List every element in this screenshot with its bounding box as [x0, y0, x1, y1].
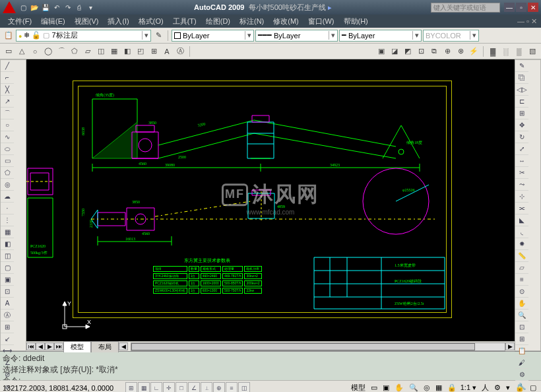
list-icon[interactable]: ≡	[515, 274, 528, 286]
ellipse-icon[interactable]: ◯	[42, 46, 54, 57]
action-icon[interactable]: ⚡	[468, 46, 480, 57]
ws-switch-icon[interactable]: ▾	[504, 383, 512, 392]
command-input[interactable]	[23, 376, 155, 380]
tab-first-icon[interactable]: ⏮	[26, 343, 36, 350]
clean-screen-icon[interactable]: ▢	[528, 383, 538, 392]
table-icon[interactable]: ⊞	[148, 46, 160, 57]
props-icon[interactable]: 📋	[515, 345, 528, 357]
tab-layout[interactable]: 布局	[91, 341, 119, 352]
xline-icon[interactable]: ╳	[1, 84, 14, 96]
hatch-icon[interactable]: ▦	[108, 46, 120, 57]
block5-icon[interactable]: ▣	[1, 274, 14, 286]
attach-icon[interactable]: ⊕	[441, 46, 453, 57]
open-icon[interactable]: 📂	[30, 3, 39, 12]
linetype-combo[interactable]: ━━━ByLayer▾	[255, 30, 338, 42]
save-icon[interactable]: 💾	[41, 3, 50, 12]
lineweight-combo[interactable]: ━ByLayer▾	[339, 30, 422, 42]
ducs-toggle[interactable]: ⟂	[201, 382, 212, 393]
render2-icon[interactable]: ▒	[513, 46, 525, 57]
fillet-icon[interactable]: ◟	[515, 226, 528, 238]
insert-icon[interactable]: ⊡	[1, 286, 14, 298]
layer-combo[interactable]: ❄🔓▢ 7标注层▾	[16, 30, 151, 42]
rotate-icon[interactable]: ↻	[515, 131, 528, 143]
break-icon[interactable]: ⊹	[515, 191, 528, 203]
hatch2-icon[interactable]: ▦	[1, 226, 14, 238]
arc-icon[interactable]: ⌒	[55, 46, 67, 57]
color-combo[interactable]: ByLayer▾	[172, 30, 254, 42]
tab-last-icon[interactable]: ⏭	[54, 343, 63, 350]
donut-icon[interactable]: ◎	[1, 179, 14, 191]
menu-window[interactable]: 窗口(W)	[304, 15, 338, 28]
redo-icon[interactable]: ↷	[63, 3, 73, 12]
gradient2-icon[interactable]: ◧	[1, 238, 14, 250]
hide-icon[interactable]: ▓	[487, 46, 499, 57]
toolbar-lock-icon[interactable]: 🔒	[513, 383, 526, 392]
steering-icon[interactable]: ◎	[422, 383, 432, 392]
mtext-icon[interactable]: Ⓐ	[174, 46, 186, 57]
area-icon[interactable]: ▱	[515, 262, 528, 274]
ortho-toggle[interactable]: ∟	[150, 382, 162, 393]
rect3-icon[interactable]: ▱	[82, 46, 94, 57]
tab-prev-icon[interactable]: ◀	[36, 343, 45, 350]
menu-format[interactable]: 格式(O)	[135, 15, 168, 28]
dsn-icon[interactable]: ⚙	[515, 369, 528, 381]
3d-icon[interactable]: ▧	[526, 46, 538, 57]
maximize-button[interactable]: ▫	[516, 3, 526, 12]
menu-dimension[interactable]: 标注(N)	[236, 15, 268, 28]
id-icon[interactable]: ⊙	[515, 286, 528, 298]
text-icon[interactable]: A	[161, 46, 173, 57]
menu-tools[interactable]: 工具(T)	[169, 15, 201, 28]
mirror-icon[interactable]: ◁▷	[515, 84, 528, 96]
scroll-left-icon[interactable]: ◀	[119, 343, 128, 350]
anno-scale[interactable]: 🔒 1:1▾	[445, 383, 478, 392]
poly2-icon[interactable]: ⬠	[1, 167, 14, 179]
snap-toggle[interactable]: ⊞	[125, 382, 137, 393]
circle2-icon[interactable]: ○	[1, 119, 14, 131]
ray-icon[interactable]: ↗	[1, 96, 14, 108]
erase-icon[interactable]: ✎	[515, 60, 528, 72]
match-icon[interactable]: 🖌	[515, 357, 528, 369]
boundary-icon[interactable]: ◰	[135, 46, 146, 57]
osnap-toggle[interactable]: □	[175, 382, 187, 393]
dyn-toggle[interactable]: ⊕	[213, 382, 225, 393]
extend-icon[interactable]: ⤳	[515, 179, 528, 191]
drawing-canvas[interactable]: PCZ1620 500kg/3件 倾角(35度) 6038 3850	[26, 59, 515, 341]
circle-icon[interactable]: ○	[29, 46, 41, 57]
scroll-right-icon[interactable]: ▶	[505, 343, 515, 350]
tab-next-icon[interactable]: ▶	[45, 343, 54, 350]
text2-icon[interactable]: A	[1, 298, 14, 310]
help-search-input[interactable]	[431, 3, 500, 13]
divide-icon[interactable]: ⋮	[1, 214, 14, 226]
block2-icon[interactable]: ◪	[389, 46, 400, 57]
pan2-icon[interactable]: ✋	[393, 383, 406, 392]
revcloud-icon[interactable]: ☁	[1, 191, 14, 203]
menu-draw[interactable]: 绘图(D)	[202, 15, 234, 28]
coordinates[interactable]: 132172.2003, 18081.4234, 0.0000	[3, 384, 121, 392]
app-logo[interactable]	[3, 1, 16, 13]
pline-icon[interactable]: ⌐	[1, 72, 14, 84]
lwt-toggle[interactable]: ≡	[226, 382, 238, 393]
wipeout-icon[interactable]: ▢	[1, 262, 14, 274]
explode-icon[interactable]: ✸	[515, 238, 528, 250]
hscroll-track[interactable]	[131, 343, 505, 351]
qv-layouts-icon[interactable]: ▭	[369, 383, 379, 392]
zoomw-icon[interactable]: ⊡	[515, 321, 528, 333]
tab-model[interactable]: 模型	[63, 341, 91, 352]
model-paper-toggle[interactable]: 模型	[349, 383, 367, 392]
polar-toggle[interactable]: ✛	[163, 382, 175, 393]
mleader-icon[interactable]: ↙	[1, 333, 14, 345]
point-icon[interactable]: ·	[1, 203, 14, 214]
line-icon[interactable]: ╱	[1, 60, 14, 72]
zoome-icon[interactable]: ⊞	[515, 333, 528, 345]
command-area[interactable]: 命令: ddedit 选择注释对象或 [放弃(U)]: *取消* 命令:	[0, 351, 541, 380]
move-icon[interactable]: ✥	[515, 119, 528, 131]
block4-icon[interactable]: ⊡	[415, 46, 427, 57]
join-icon[interactable]: ⫘	[515, 203, 528, 214]
menu-modify[interactable]: 修改(M)	[269, 15, 303, 28]
block3-icon[interactable]: ◩	[402, 46, 414, 57]
minimize-button[interactable]: —	[504, 3, 515, 12]
stretch-icon[interactable]: ↔	[515, 155, 528, 167]
array-icon[interactable]: ⊞	[515, 108, 528, 119]
menu-edit[interactable]: 编辑(E)	[37, 15, 69, 28]
menu-insert[interactable]: 插入(I)	[104, 15, 133, 28]
